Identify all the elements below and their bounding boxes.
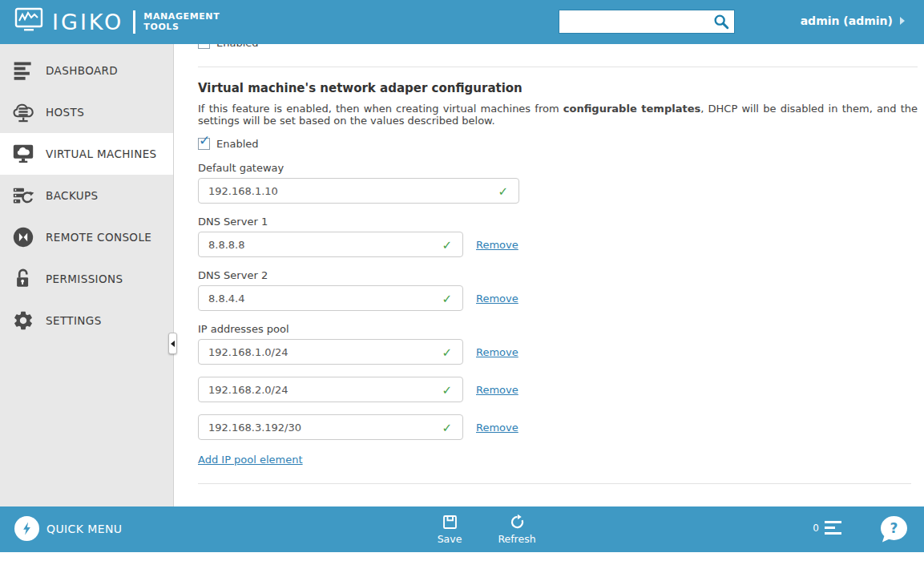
top-header-bar: IGIKO MANAGEMENT TOOLS admin (admin) <box>0 0 924 44</box>
previous-section-enabled-row: ✓ Enabled <box>198 44 918 50</box>
ip-pool-2-remove-link[interactable]: Remove <box>476 384 518 396</box>
search-input[interactable] <box>559 10 734 33</box>
sidebar-item-label: BACKUPS <box>46 189 99 202</box>
floppy-save-icon <box>426 513 474 531</box>
monitor-chart-icon <box>14 6 45 37</box>
sidebar-nav: DASHBOARD HOSTS <box>0 44 174 506</box>
previous-enabled-checkbox[interactable]: ✓ <box>198 44 210 49</box>
open-lock-icon <box>10 266 36 292</box>
main-content: ✓ Enabled Virtual machine's network adap… <box>175 44 924 506</box>
dns-server-2-input[interactable] <box>199 286 462 310</box>
dns-server-2-row: ✓ Remove <box>198 285 918 311</box>
sidebar-item-label: VIRTUAL MACHINES <box>46 147 157 160</box>
sidebar-item-hosts[interactable]: HOSTS <box>0 91 173 133</box>
sidebar-item-label: REMOTE CONSOLE <box>46 231 151 244</box>
ip-pool-input-1[interactable] <box>199 340 462 364</box>
section-description: If this feature is enabled, then when cr… <box>198 103 918 127</box>
sidebar-item-backups[interactable]: BACKUPS <box>0 175 173 216</box>
dns-server-1-field-wrap: ✓ <box>198 232 463 257</box>
remote-console-icon <box>10 224 36 250</box>
dns-server-2-field-wrap: ✓ <box>198 285 463 311</box>
task-list-icon <box>825 521 841 535</box>
notification-count-badge: 0 <box>813 523 819 534</box>
quick-menu-button[interactable]: QUICK MENU <box>14 516 122 541</box>
checkmark-icon: ✓ <box>199 44 210 46</box>
virtual-machine-monitor-icon <box>10 141 36 167</box>
dns-server-1-remove-link[interactable]: Remove <box>476 239 518 251</box>
checkmark-icon: ✓ <box>199 134 210 147</box>
dns-server-2-remove-link[interactable]: Remove <box>476 293 518 305</box>
enabled-checkbox[interactable]: ✓ <box>198 138 210 150</box>
sidebar-item-label: SETTINGS <box>46 314 102 327</box>
refresh-label: Refresh <box>493 533 541 545</box>
save-label: Save <box>426 533 474 545</box>
search-icon[interactable] <box>712 13 730 30</box>
sidebar-item-dashboard[interactable]: DASHBOARD <box>0 50 173 91</box>
ip-pool-field-wrap: ✓ <box>198 414 463 440</box>
quick-menu-label: QUICK MENU <box>46 523 122 535</box>
notifications-button[interactable]: 0 <box>813 521 841 535</box>
refresh-button[interactable]: Refresh <box>493 513 541 545</box>
chevron-right-icon <box>900 17 905 25</box>
description-text: If this feature is enabled, then when cr… <box>198 103 563 115</box>
ip-pool-input-3[interactable] <box>199 415 462 439</box>
hosts-cloud-server-icon <box>10 99 36 125</box>
dns-server-2-label: DNS Server 2 <box>198 269 918 281</box>
global-search <box>559 10 735 34</box>
previous-enabled-label: Enabled <box>216 44 259 49</box>
brand-name: IGIKO <box>52 10 123 34</box>
question-mark-icon: ? <box>890 520 898 536</box>
default-gateway-row: ✓ <box>198 178 918 204</box>
app-window: IGIKO MANAGEMENT TOOLS admin (admin) <box>0 0 924 569</box>
add-ip-pool-element-link[interactable]: Add IP pool element <box>198 454 303 466</box>
bottom-action-bar: QUICK MENU Save Refresh 0 <box>0 506 924 552</box>
sidebar-item-label: PERMISSIONS <box>46 272 123 285</box>
sidebar-item-virtual-machines[interactable]: VIRTUAL MACHINES <box>0 133 173 175</box>
lightning-bolt-icon <box>14 516 39 541</box>
ip-pool-row-3: ✓ Remove <box>198 414 918 440</box>
enabled-label: Enabled <box>216 138 259 150</box>
sidebar-collapse-handle[interactable] <box>168 333 177 354</box>
backups-server-refresh-icon <box>10 183 36 208</box>
save-button[interactable]: Save <box>426 513 474 545</box>
ip-pool-field-wrap: ✓ <box>198 377 463 402</box>
ip-pool-field-wrap: ✓ <box>198 339 463 365</box>
ip-pool-row-2: ✓ Remove <box>198 377 918 402</box>
sidebar-item-label: DASHBOARD <box>46 64 118 77</box>
ip-pool-label: IP addresses pool <box>198 323 918 335</box>
default-gateway-input[interactable] <box>199 179 518 203</box>
help-button[interactable]: ? <box>881 516 907 540</box>
section-divider <box>198 67 918 67</box>
description-bold-text: configurable templates <box>563 103 700 115</box>
chevron-left-icon <box>171 341 175 347</box>
sidebar-item-label: HOSTS <box>46 106 84 119</box>
enabled-row: ✓ Enabled <box>198 138 918 150</box>
gear-icon <box>10 308 36 333</box>
dns-server-1-label: DNS Server 1 <box>198 216 918 228</box>
default-gateway-label: Default gateway <box>198 162 918 174</box>
brand-suffix: MANAGEMENT TOOLS <box>143 11 220 32</box>
ip-pool-3-remove-link[interactable]: Remove <box>476 422 518 434</box>
default-gateway-field-wrap: ✓ <box>198 178 519 204</box>
dns-server-1-row: ✓ Remove <box>198 232 918 257</box>
sidebar-item-permissions[interactable]: PERMISSIONS <box>0 258 173 300</box>
ip-pool-row-1: ✓ Remove <box>198 339 918 365</box>
user-name: admin (admin) <box>801 14 893 27</box>
logo-separator <box>133 10 135 34</box>
dashboard-icon <box>10 58 36 83</box>
dns-server-1-input[interactable] <box>199 232 462 256</box>
ip-pool-input-2[interactable] <box>199 377 462 402</box>
sidebar-item-settings[interactable]: SETTINGS <box>0 300 173 341</box>
sidebar-item-remote-console[interactable]: REMOTE CONSOLE <box>0 216 173 258</box>
section-title: Virtual machine's network adaper configu… <box>198 81 918 95</box>
ip-pool-1-remove-link[interactable]: Remove <box>476 346 518 358</box>
refresh-icon <box>493 513 541 531</box>
app-logo[interactable]: IGIKO MANAGEMENT TOOLS <box>14 6 220 37</box>
section-bottom-divider <box>198 483 911 484</box>
user-account-menu[interactable]: admin (admin) <box>801 14 905 27</box>
